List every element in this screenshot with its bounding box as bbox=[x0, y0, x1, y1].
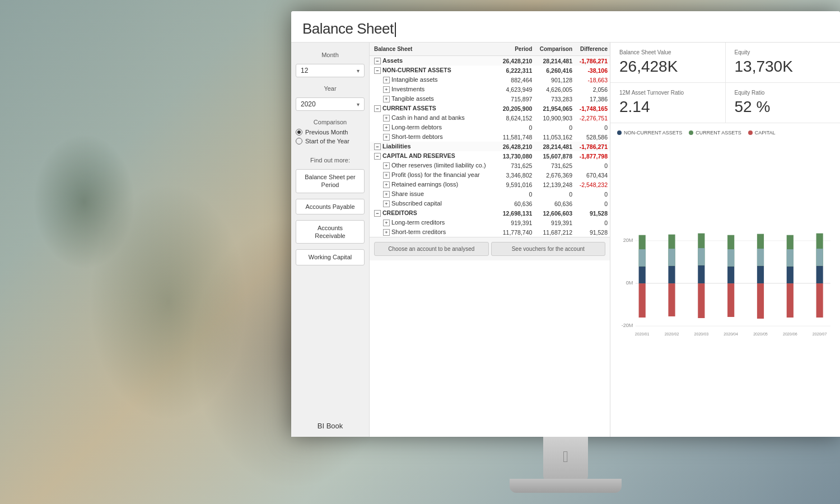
comparison-section: Comparison Previous Month Start of the Y… bbox=[296, 119, 365, 147]
x-label-7: 2020/07 bbox=[813, 333, 827, 337]
kpi-equity-ratio-number: 52 % bbox=[735, 98, 832, 116]
chart-area: NON-CURRENT ASSETS CURRENT ASSETS CAPITA… bbox=[610, 123, 840, 437]
table-row[interactable]: −Liabilities 26,428,210 28,214,481 -1,78… bbox=[370, 142, 610, 151]
expand-icon-tangible[interactable]: + bbox=[383, 96, 390, 102]
balance-sheet-period-button[interactable]: Balance Sheet per Period bbox=[296, 169, 365, 193]
bar-other-1 bbox=[639, 249, 646, 266]
kpi-equity-ratio: Equity Ratio 52 % bbox=[726, 83, 841, 123]
expand-icon-creditors[interactable]: − bbox=[374, 210, 381, 217]
col-header-period: Period bbox=[498, 43, 534, 56]
chart-svg-container: 20M 0M -20M bbox=[617, 140, 833, 423]
expand-icon-share-issue[interactable]: + bbox=[383, 191, 390, 198]
legend-dot-cap bbox=[748, 130, 753, 135]
table-row[interactable]: +Share issue 0 0 0 bbox=[370, 189, 610, 199]
expand-icon-cap-reserves[interactable]: − bbox=[374, 153, 381, 160]
kpi-bs-value-label: Balance Sheet Value bbox=[619, 49, 716, 55]
expand-icon[interactable]: − bbox=[374, 67, 381, 74]
expand-icon-investments[interactable]: + bbox=[383, 86, 390, 93]
bottom-buttons: Choose an account to be analysed See vou… bbox=[370, 237, 610, 260]
table-row[interactable]: +Profit (loss) for the financial year 3,… bbox=[370, 170, 610, 180]
table-row[interactable]: +Retained earnings (loss) 9,591,016 12,1… bbox=[370, 180, 610, 189]
monitor: Balance Sheet Month 12 ▾ Year 2020 ▾ bbox=[291, 11, 840, 504]
table-row[interactable]: −CURRENT ASSETS 20,205,900 21,954,065 -1… bbox=[370, 104, 610, 113]
radio-previous-month[interactable]: Previous Month bbox=[296, 129, 365, 136]
table-row[interactable]: +Cash in hand and at banks 8,624,152 10,… bbox=[370, 113, 610, 123]
table-row[interactable]: −Assets 26,428,210 28,214,481 -1,786,271 bbox=[370, 56, 610, 66]
table-row[interactable]: +Intangible assets 882,464 901,128 -18,6… bbox=[370, 75, 610, 85]
radio-start-of-year[interactable]: Start of the Year bbox=[296, 138, 365, 144]
table-row[interactable]: +Investments 4,623,949 4,626,005 2,056 bbox=[370, 85, 610, 94]
see-vouchers-button[interactable]: See vouchers for the account bbox=[491, 242, 606, 256]
expand-icon-lt-creditors[interactable]: + bbox=[383, 220, 390, 226]
expand-icon-intangible[interactable]: + bbox=[383, 77, 390, 83]
table-row[interactable]: +Other reserves (limited liability co.) … bbox=[370, 161, 610, 170]
expand-icon-current-assets[interactable]: − bbox=[374, 105, 381, 112]
x-label-6: 2020/06 bbox=[783, 333, 797, 337]
radio-button-start-year[interactable] bbox=[296, 138, 302, 144]
chevron-down-icon: ▾ bbox=[357, 68, 360, 74]
col-header-label: Balance Sheet bbox=[370, 43, 498, 56]
y-label-neg20m: -20M bbox=[622, 323, 633, 328]
bar-nca-1 bbox=[639, 267, 646, 283]
apple-logo-icon:  bbox=[563, 448, 568, 466]
bar-cap-2 bbox=[668, 283, 675, 316]
accounts-receivable-button[interactable]: AccountsReceivable bbox=[296, 220, 365, 244]
choose-account-button[interactable]: Choose an account to be analysed bbox=[374, 242, 489, 256]
kpi-equity-number: 13,730K bbox=[735, 58, 832, 76]
year-label: Year bbox=[296, 85, 365, 92]
bar-cap-1 bbox=[639, 283, 646, 318]
bar-cap-3 bbox=[698, 283, 704, 318]
cursor-icon bbox=[395, 22, 396, 37]
table-row[interactable]: −NON-CURRENT ASSETS 6,222,311 6,260,416 … bbox=[370, 66, 610, 75]
expand-icon-lt-debtors[interactable]: + bbox=[383, 124, 390, 131]
expand-icon-cash[interactable]: + bbox=[383, 115, 390, 122]
table-row[interactable]: −CREDITORS 12,698,131 12,606,603 91,528 bbox=[370, 208, 610, 218]
kpi-equity-label: Equity bbox=[735, 49, 832, 55]
bar-cap-5 bbox=[757, 283, 764, 319]
bar-nca-4 bbox=[727, 267, 734, 283]
legend-ca: CURRENT ASSETS bbox=[689, 130, 741, 136]
bar-nca-5 bbox=[757, 266, 764, 283]
radio-label-prev-month: Previous Month bbox=[305, 129, 348, 136]
table-row[interactable]: +Short-term debtors 11,581,748 11,053,16… bbox=[370, 132, 610, 142]
expand-icon-profit-loss[interactable]: + bbox=[383, 172, 390, 179]
y-label-20m: 20M bbox=[623, 237, 633, 243]
expand-icon-other-reserves[interactable]: + bbox=[383, 162, 390, 169]
kpi-turnover-number: 2.14 bbox=[619, 98, 716, 116]
x-label-3: 2020/03 bbox=[694, 333, 708, 337]
radio-label-start-year: Start of the Year bbox=[305, 138, 349, 144]
table-row[interactable]: +Long-term creditors 919,391 919,391 0 bbox=[370, 218, 610, 227]
month-dropdown[interactable]: 12 ▾ bbox=[296, 64, 365, 77]
month-label: Month bbox=[296, 52, 365, 58]
bi-book-label: BI Book bbox=[296, 416, 365, 430]
bar-other-4 bbox=[727, 249, 734, 266]
legend-label-ca: CURRENT ASSETS bbox=[696, 130, 741, 136]
legend-label-nca: NON-CURRENT ASSETS bbox=[624, 130, 682, 136]
expand-icon-st-debtors[interactable]: + bbox=[383, 134, 390, 141]
balance-sheet-table: Balance Sheet Period Comparison Differen… bbox=[370, 43, 610, 237]
kpi-row-2: 12M Asset Turnover Ratio 2.14 Equity Rat… bbox=[610, 83, 840, 123]
expand-icon-subscribed[interactable]: + bbox=[383, 200, 390, 207]
bar-nca-7 bbox=[816, 266, 823, 283]
month-value: 12 bbox=[301, 67, 308, 74]
radio-button-prev-month[interactable] bbox=[296, 129, 302, 136]
bar-cap-7 bbox=[816, 283, 823, 318]
table-row[interactable]: +Short-term creditors 11,778,740 11,687,… bbox=[370, 227, 610, 237]
legend-cap: CAPITAL bbox=[748, 130, 776, 136]
table-row[interactable]: +Tangible assets 715,897 733,283 17,386 bbox=[370, 94, 610, 104]
expand-icon-st-creditors[interactable]: + bbox=[383, 229, 390, 236]
table-row[interactable]: +Long-term debtors 0 0 0 bbox=[370, 123, 610, 132]
table-row[interactable]: −CAPITAL AND RESERVES 13,730,080 15,607,… bbox=[370, 151, 610, 161]
working-capital-button[interactable]: Working Capital bbox=[296, 249, 365, 265]
accounts-payable-button[interactable]: Accounts Payable bbox=[296, 199, 365, 214]
chevron-down-icon-year: ▾ bbox=[357, 101, 360, 108]
expand-icon-liabilities[interactable]: − bbox=[374, 143, 381, 150]
year-dropdown[interactable]: 2020 ▾ bbox=[296, 97, 365, 111]
legend-dot-nca bbox=[617, 130, 622, 135]
expand-icon-retained[interactable]: + bbox=[383, 181, 390, 188]
bar-cap-6 bbox=[787, 283, 794, 318]
table-row[interactable]: +Subscribed capital 60,636 60,636 0 bbox=[370, 199, 610, 208]
app-container: Balance Sheet Month 12 ▾ Year 2020 ▾ bbox=[291, 11, 840, 437]
expand-icon[interactable]: − bbox=[374, 58, 381, 64]
x-label-2: 2020/02 bbox=[665, 333, 679, 337]
